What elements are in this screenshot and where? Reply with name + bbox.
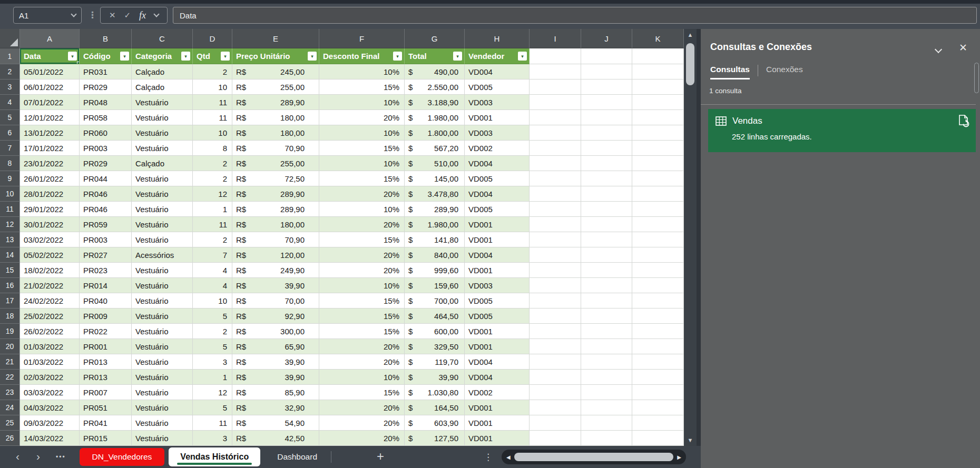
grid-cell[interactable]: 12/01/2022: [20, 110, 80, 125]
row-header-21[interactable]: 21: [0, 354, 20, 370]
grid-cell[interactable]: Vestuário: [132, 278, 193, 293]
grid-cell[interactable]: 15%: [319, 308, 405, 324]
grid-cell[interactable]: 20%: [319, 339, 405, 354]
scroll-left-icon[interactable]: ◀: [506, 454, 511, 460]
table-header-categoria[interactable]: Categoria▾: [132, 48, 193, 64]
grid-cell[interactable]: PR044: [80, 171, 132, 186]
grid-cell[interactable]: 2: [193, 156, 232, 171]
grid-cell[interactable]: VD001: [465, 415, 530, 431]
grid-cell[interactable]: [530, 156, 581, 171]
grid-cell[interactable]: VD005: [465, 202, 530, 217]
grid-cell[interactable]: [581, 232, 632, 247]
grid-cell[interactable]: [632, 324, 684, 339]
grid-cell[interactable]: 23/01/2022: [20, 156, 80, 171]
tab-conexoes[interactable]: Conexões: [766, 65, 803, 74]
grid-cell[interactable]: Vestuário: [132, 125, 193, 141]
grid-cell[interactable]: Calçado: [132, 64, 193, 79]
grid-cell[interactable]: VD003: [465, 278, 530, 293]
row-header-22[interactable]: 22: [0, 370, 20, 385]
grid-cell[interactable]: $510,00: [405, 156, 465, 171]
filter-button[interactable]: ▾: [453, 52, 462, 61]
grid-cell[interactable]: VD001: [465, 431, 530, 446]
grid-cell[interactable]: 12: [193, 385, 232, 400]
grid-cell[interactable]: [581, 79, 632, 95]
grid-cell[interactable]: R$42,50: [232, 431, 319, 446]
grid-cell[interactable]: [530, 308, 581, 324]
grid-cell[interactable]: PR031: [80, 64, 132, 79]
select-all-corner[interactable]: [0, 29, 20, 48]
grid-cell[interactable]: [530, 202, 581, 217]
grid-cell[interactable]: R$32,90: [232, 400, 319, 415]
grid-cell[interactable]: PR013: [80, 370, 132, 385]
row-header-25[interactable]: 25: [0, 415, 20, 431]
grid-cell[interactable]: R$180,00: [232, 110, 319, 125]
grid-cell[interactable]: R$255,00: [232, 156, 319, 171]
refresh-icon[interactable]: [958, 115, 969, 127]
column-header-E[interactable]: E: [232, 29, 319, 48]
grid-cell[interactable]: 2: [193, 171, 232, 186]
grid-cell[interactable]: R$245,00: [232, 64, 319, 79]
grid-cell[interactable]: [632, 64, 684, 79]
row-header-24[interactable]: 24: [0, 400, 20, 415]
grid-cell[interactable]: 10%: [319, 95, 405, 110]
grid-cell[interactable]: [530, 278, 581, 293]
grid-cell[interactable]: PR060: [80, 125, 132, 141]
grid-cell[interactable]: $127,50: [405, 431, 465, 446]
grid-cell[interactable]: $289,90: [405, 202, 465, 217]
filter-button[interactable]: ▾: [221, 52, 230, 61]
grid-cell[interactable]: $145,00: [405, 171, 465, 186]
grid-cell[interactable]: VD004: [465, 354, 530, 370]
grid-cell[interactable]: 11: [193, 110, 232, 125]
horizontal-scroll-thumb[interactable]: [514, 453, 674, 461]
grid-cell[interactable]: $490,00: [405, 64, 465, 79]
grid-cell[interactable]: VD005: [465, 79, 530, 95]
grid-cell[interactable]: 5: [193, 339, 232, 354]
grid-cell[interactable]: Vestuário: [132, 141, 193, 156]
grid-cell[interactable]: $39,90: [405, 370, 465, 385]
grid-cell[interactable]: [530, 293, 581, 308]
grid-cell[interactable]: PR029: [80, 79, 132, 95]
grid-cell[interactable]: [581, 141, 632, 156]
grid-cell[interactable]: [530, 247, 581, 263]
row-header-11[interactable]: 11: [0, 202, 20, 217]
column-header-B[interactable]: B: [80, 29, 132, 48]
grid-cell[interactable]: 03/02/2022: [20, 232, 80, 247]
grid-cell[interactable]: 20%: [319, 186, 405, 202]
grid-cell[interactable]: $159,60: [405, 278, 465, 293]
grid-cell[interactable]: [632, 79, 684, 95]
grid-cell[interactable]: 10%: [319, 370, 405, 385]
grid-cell[interactable]: $464,50: [405, 308, 465, 324]
table-header-desconto-final[interactable]: Desconto Final▾: [319, 48, 405, 64]
grid-cell[interactable]: [581, 370, 632, 385]
grid-cell[interactable]: R$39,90: [232, 370, 319, 385]
grid-cell[interactable]: 11: [193, 415, 232, 431]
grid-cell[interactable]: PR051: [80, 400, 132, 415]
grid-cell[interactable]: [632, 370, 684, 385]
grid-cell[interactable]: 5: [193, 308, 232, 324]
grid-cell[interactable]: PR015: [80, 431, 132, 446]
grid-cell[interactable]: 29/01/2022: [20, 202, 80, 217]
grid-cell[interactable]: [530, 339, 581, 354]
grid-cell[interactable]: 12: [193, 186, 232, 202]
grid-cell[interactable]: 3: [193, 431, 232, 446]
grid-cell[interactable]: [581, 202, 632, 217]
tab-consultas[interactable]: Consultas: [710, 65, 750, 79]
filter-button[interactable]: ▾: [393, 52, 402, 61]
chevron-down-icon[interactable]: [936, 45, 941, 54]
grid-cell[interactable]: $164,50: [405, 400, 465, 415]
grid-cell[interactable]: [632, 171, 684, 186]
grid-cell[interactable]: [632, 247, 684, 263]
grid-cell[interactable]: 15%: [319, 79, 405, 95]
grid-cell[interactable]: 1: [193, 370, 232, 385]
grid-cell[interactable]: [581, 125, 632, 141]
column-header-F[interactable]: F: [319, 29, 405, 48]
grid-cell[interactable]: R$54,90: [232, 415, 319, 431]
panel-scrollbar[interactable]: [974, 63, 979, 93]
grid-cell[interactable]: [581, 339, 632, 354]
grid-cell[interactable]: 20%: [319, 217, 405, 232]
filter-button[interactable]: ▾: [518, 52, 527, 61]
grid-cell[interactable]: [632, 431, 684, 446]
row-header-17[interactable]: 17: [0, 293, 20, 308]
grid-cell[interactable]: R$85,90: [232, 385, 319, 400]
row-header-15[interactable]: 15: [0, 263, 20, 278]
